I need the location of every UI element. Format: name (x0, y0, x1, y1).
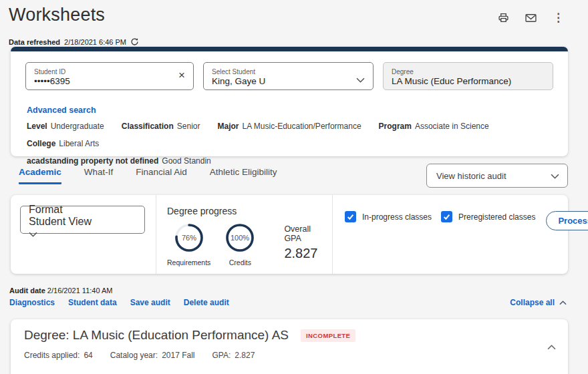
tab-athletic-eligibility[interactable]: Athletic Eligibility (210, 167, 277, 182)
degree-block-card: Degree: LA Music (Education Performance)… (11, 319, 568, 374)
more-menu-icon[interactable]: ⋮ (553, 12, 564, 23)
view-historic-audit-dropdown[interactable]: View historic audit (426, 164, 568, 188)
format-section: Format Student View (11, 195, 156, 274)
card-accent-bar (11, 47, 568, 51)
credits-applied: Credits applied:64 (24, 351, 93, 360)
format-dropdown[interactable]: Format Student View (20, 206, 145, 234)
degree-value: LA Music (Educ Performance) (392, 76, 546, 87)
data-refreshed-label: Data refreshed (9, 38, 60, 46)
audit-date: Audit date 2/16/2021 11:40 AM (9, 287, 113, 295)
checkbox-checked-icon (345, 211, 356, 222)
data-refreshed: Data refreshed 2/18/2021 6:46 PM (9, 37, 139, 46)
degree-progress-section: Degree progress 76% Requirements 100% (156, 195, 333, 274)
header-actions: ⋮ (498, 12, 564, 23)
info-college: CollegeLiberal Arts (27, 139, 99, 150)
info-classification: ClassificationSenior (122, 122, 200, 132)
degree-label: Degree (392, 68, 546, 76)
status-badge: INCOMPLETE (301, 329, 355, 342)
info-level: LevelUndergraduate (27, 122, 104, 132)
worksheets-page: Worksheets ⋮ Data refreshed 2/18/2021 6:… (0, 0, 588, 374)
preregistered-checkbox[interactable]: Preregistered classes (441, 211, 535, 222)
student-id-value: •••••6395 (34, 76, 186, 87)
svg-text:100%: 100% (231, 234, 249, 242)
checkbox-checked-icon (441, 211, 452, 222)
save-audit-link[interactable]: Save audit (130, 298, 170, 307)
audit-links: Diagnostics Student data Save audit Dele… (9, 298, 229, 307)
print-icon[interactable] (498, 12, 509, 23)
svg-text:76%: 76% (182, 234, 196, 242)
format-value: Student View (29, 216, 138, 228)
tab-financial-aid[interactable]: Financial Aid (136, 167, 187, 182)
delete-audit-link[interactable]: Delete audit (184, 298, 229, 307)
student-search-card: Student ID •••••6395 × Select Student Ki… (11, 47, 568, 156)
chevron-down-icon (356, 73, 365, 85)
data-refreshed-timestamp: 2/18/2021 6:46 PM (64, 38, 126, 46)
select-student-value: King, Gaye U (212, 76, 366, 87)
degree-field: Degree LA Music (Educ Performance) (383, 62, 553, 90)
tab-academic[interactable]: Academic (19, 167, 61, 184)
chevron-down-icon (551, 171, 559, 181)
overall-gpa-value: 2.827 (284, 246, 320, 261)
refresh-icon[interactable] (130, 37, 139, 46)
email-icon[interactable] (525, 12, 537, 23)
worksheet-tabs: Academic What-If Financial Aid Athletic … (19, 167, 277, 184)
select-student-label: Select Student (212, 68, 366, 76)
page-title: Worksheets (9, 5, 105, 25)
chevron-up-icon (559, 298, 567, 307)
format-label: Format (29, 204, 138, 216)
degree-gpa: GPA:2.827 (212, 351, 255, 360)
student-id-field[interactable]: Student ID •••••6395 × (25, 62, 194, 90)
overall-gpa: Overall GPA 2.827 (284, 223, 320, 261)
requirements-label: Requirements (167, 258, 210, 266)
diagnostics-link[interactable]: Diagnostics (9, 298, 55, 307)
process-section: In-progress classes Preregistered classe… (333, 195, 568, 274)
degree-stats: Credits applied:64 Catalog year:2017 Fal… (11, 343, 568, 360)
catalog-year: Catalog year:2017 Fall (110, 351, 195, 360)
select-student-dropdown[interactable]: Select Student King, Gaye U (203, 62, 374, 90)
info-major: MajorLA Music-Education/Performance (217, 122, 361, 132)
degree-progress-title: Degree progress (167, 206, 320, 216)
requirements-ring: 76% Requirements (167, 223, 210, 266)
audit-controls-card: Format Student View Degree progress 76% … (11, 195, 568, 274)
process-button[interactable]: Process (546, 211, 588, 230)
collapse-section-icon[interactable] (547, 341, 556, 353)
overall-gpa-label: Overall GPA (284, 224, 320, 243)
info-program: ProgramAssociate in Science (379, 122, 489, 132)
student-data-link[interactable]: Student data (68, 298, 117, 307)
info-acadstanding: acadstanding property not definedGood St… (27, 156, 211, 167)
collapse-all-button[interactable]: Collapse all (510, 298, 567, 307)
clear-icon[interactable]: × (178, 69, 185, 81)
advanced-search-link[interactable]: Advanced search (27, 106, 96, 115)
student-id-label: Student ID (34, 68, 186, 76)
in-progress-checkbox[interactable]: In-progress classes (345, 211, 432, 222)
degree-block-title: Degree: LA Music (Education Performance)… (24, 328, 289, 343)
tab-what-if[interactable]: What-If (84, 167, 114, 182)
chevron-down-icon (29, 228, 138, 240)
historic-audit-value: View historic audit (436, 171, 506, 181)
credits-ring: 100% Credits (225, 223, 255, 266)
credits-label: Credits (229, 258, 251, 266)
